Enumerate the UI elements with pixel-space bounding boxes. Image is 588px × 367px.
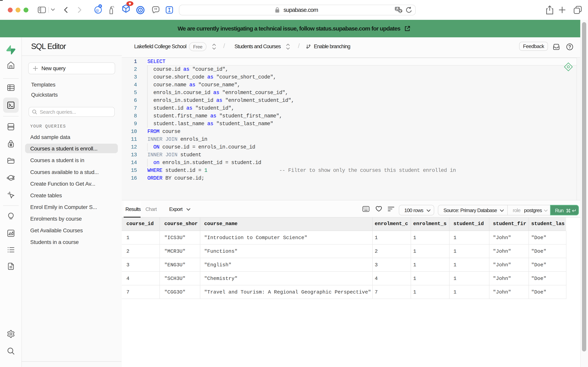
svg-text:A: A [396,7,398,10]
svg-text:文: 文 [399,9,402,13]
